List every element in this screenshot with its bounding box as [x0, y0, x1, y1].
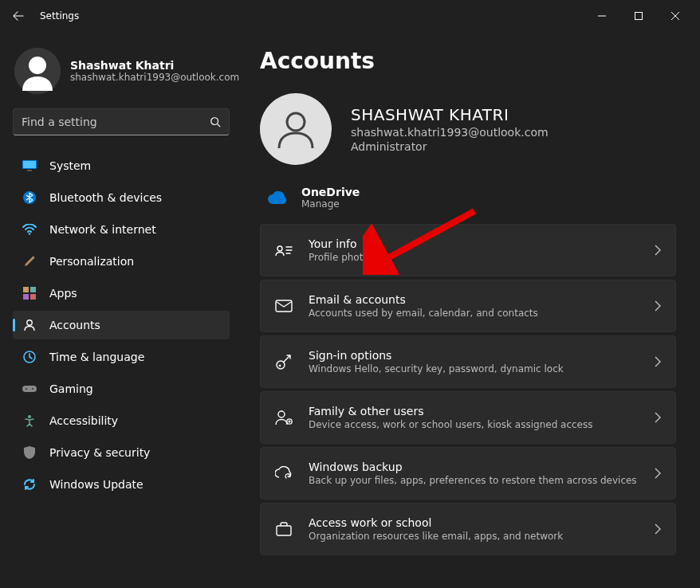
search-box[interactable]	[13, 108, 230, 135]
close-button[interactable]	[657, 3, 694, 29]
chevron-right-icon	[655, 356, 661, 367]
profile-email: shashwat.khatri1993@outlook.com	[70, 72, 239, 83]
close-icon	[671, 12, 679, 20]
sidebar-item-label: Privacy & security	[49, 446, 150, 459]
hero-text: SHASHWAT KHATRI shashwat.khatri1993@outl…	[351, 105, 549, 153]
card-body: Family & other users Device access, work…	[309, 405, 639, 430]
sidebar-item-label: Time & language	[49, 351, 144, 363]
card-title: Sign-in options	[309, 349, 639, 362]
sidebar-item-personalization[interactable]: Personalization	[13, 247, 230, 276]
card-access-work-school[interactable]: Access work or school Organization resou…	[260, 503, 676, 555]
onedrive-sub: Manage	[301, 198, 360, 210]
key-icon	[275, 353, 293, 370]
card-family-users[interactable]: Family & other users Device access, work…	[260, 391, 676, 444]
sidebar-item-privacy[interactable]: Privacy & security	[13, 438, 230, 467]
sidebar-item-gaming[interactable]: Gaming	[13, 374, 230, 403]
card-sub: Profile photo	[309, 252, 639, 263]
onedrive-row[interactable]: OneDrive Manage	[260, 179, 676, 224]
search-input[interactable]	[22, 116, 210, 128]
hero-email: shashwat.khatri1993@outlook.com	[351, 126, 549, 139]
card-body: Sign-in options Windows Hello, security …	[309, 349, 639, 374]
profile-text: Shashwat Khatri shashwat.khatri1993@outl…	[70, 59, 239, 83]
chevron-right-icon	[655, 300, 661, 312]
window-controls	[584, 3, 694, 29]
card-windows-backup[interactable]: Windows backup Back up your files, apps,…	[260, 447, 676, 500]
sidebar-item-label: Apps	[49, 287, 77, 300]
svg-point-16	[26, 388, 27, 390]
card-body: Email & accounts Accounts used by email,…	[309, 293, 639, 319]
avatar-large	[260, 93, 332, 165]
card-title: Access work or school	[309, 516, 639, 529]
maximize-icon	[635, 12, 643, 20]
clock-icon	[22, 350, 37, 364]
card-sub: Back up your files, apps, preferences to…	[309, 475, 639, 486]
svg-point-13	[27, 320, 32, 325]
sidebar-item-label: Accounts	[49, 319, 100, 331]
onedrive-title: OneDrive	[301, 186, 360, 198]
person-icon	[273, 107, 318, 151]
minimize-button[interactable]	[584, 3, 620, 29]
svg-rect-10	[30, 287, 36, 292]
back-button[interactable]	[6, 4, 30, 28]
sidebar-item-label: Personalization	[49, 255, 134, 268]
sidebar-item-label: Windows Update	[49, 478, 144, 491]
apps-icon	[22, 286, 37, 300]
accessibility-icon	[22, 414, 37, 428]
contact-card-icon	[275, 241, 293, 259]
page-title: Accounts	[260, 48, 676, 74]
main-content: Accounts SHASHWAT KHATRI shashwat.khatri…	[246, 32, 700, 588]
sidebar-item-label: System	[49, 159, 91, 172]
svg-rect-6	[27, 170, 32, 171]
chevron-right-icon	[655, 245, 661, 256]
hero-name: SHASHWAT KHATRI	[351, 105, 549, 124]
svg-rect-15	[22, 386, 37, 392]
profile-name: Shashwat Khatri	[70, 59, 239, 72]
people-icon	[275, 409, 293, 426]
update-icon	[22, 477, 37, 492]
card-body: Your info Profile photo	[309, 237, 639, 263]
svg-rect-0	[635, 13, 643, 20]
card-your-info[interactable]: Your info Profile photo	[260, 224, 676, 276]
mail-icon	[275, 297, 293, 315]
person-icon	[14, 48, 61, 94]
card-title: Email & accounts	[309, 293, 639, 306]
card-email-accounts[interactable]: Email & accounts Accounts used by email,…	[260, 280, 676, 332]
hero-role: Administrator	[351, 140, 549, 153]
sidebar-item-system[interactable]: System	[13, 151, 230, 180]
arrow-left-icon	[13, 10, 24, 22]
monitor-icon	[22, 159, 37, 173]
card-title: Family & other users	[309, 405, 639, 417]
svg-point-2	[29, 57, 46, 74]
card-signin-options[interactable]: Sign-in options Windows Hello, security …	[260, 335, 676, 388]
svg-point-23	[279, 365, 281, 367]
svg-point-18	[28, 415, 31, 418]
sidebar-item-label: Gaming	[49, 382, 93, 395]
svg-point-19	[287, 113, 305, 131]
card-sub: Windows Hello, security key, password, d…	[309, 363, 639, 374]
titlebar: Settings	[0, 0, 700, 32]
sidebar-item-label: Accessibility	[49, 414, 118, 427]
maximize-button[interactable]	[620, 3, 657, 29]
chevron-right-icon	[655, 412, 661, 423]
gamepad-icon	[22, 382, 37, 396]
card-body: Windows backup Back up your files, apps,…	[309, 461, 639, 486]
search-icon	[210, 116, 221, 127]
svg-rect-12	[30, 294, 36, 300]
svg-rect-5	[23, 161, 36, 168]
chevron-right-icon	[655, 468, 661, 479]
sidebar-item-network[interactable]: Network & internet	[13, 215, 230, 244]
cloud-icon	[268, 191, 287, 204]
sidebar-item-update[interactable]: Windows Update	[13, 470, 230, 499]
sidebar-item-accessibility[interactable]: Accessibility	[13, 406, 230, 435]
sidebar-item-bluetooth[interactable]: Bluetooth & devices	[13, 183, 230, 212]
sidebar-profile[interactable]: Shashwat Khatri shashwat.khatri1993@outl…	[13, 41, 239, 108]
sidebar-item-accounts[interactable]: Accounts	[13, 311, 230, 339]
sidebar-item-time[interactable]: Time & language	[13, 343, 230, 371]
sidebar-item-apps[interactable]: Apps	[13, 279, 230, 308]
svg-point-3	[211, 118, 218, 125]
card-sub: Organization resources like email, apps,…	[309, 531, 639, 542]
sidebar-item-label: Bluetooth & devices	[49, 191, 162, 204]
person-icon	[22, 318, 37, 332]
bluetooth-icon	[22, 190, 37, 205]
svg-point-24	[278, 411, 285, 417]
